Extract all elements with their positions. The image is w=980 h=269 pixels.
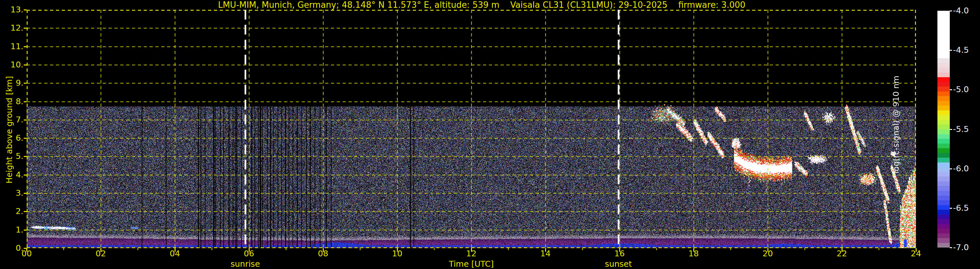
x-minor-tick-mark <box>656 248 657 250</box>
x-minor-tick-mark <box>212 248 212 250</box>
x-minor-tick-mark <box>64 248 64 250</box>
x-axis-label: Time [UTC] <box>449 259 494 269</box>
y-tick-mark <box>24 64 27 66</box>
colorbar-tick-mark <box>950 247 952 248</box>
colorbar-label: log(rc-signal) @ 910 nm <box>891 165 980 174</box>
y-tick-mark <box>24 28 27 29</box>
y-tick-mark <box>24 46 27 47</box>
x-tick-mark <box>175 248 175 252</box>
colorbar-canvas <box>937 11 950 248</box>
x-minor-tick-mark <box>805 248 805 250</box>
x-minor-tick-mark <box>286 248 286 250</box>
y-axis-label: Height above ground [km] <box>5 52 14 208</box>
y-tick-mark <box>24 10 27 10</box>
x-minor-tick-mark <box>878 248 879 250</box>
colorbar-tick-mark <box>950 89 952 90</box>
ceilometer-heatmap-canvas <box>27 10 916 248</box>
colorbar-tick-mark <box>950 208 952 209</box>
sunrise-annotation: sunrise <box>231 259 260 269</box>
y-tick-mark <box>24 120 27 120</box>
y-tick-mark <box>24 230 27 231</box>
x-tick-mark <box>323 248 324 252</box>
y-tick-mark <box>24 101 27 102</box>
y-tick-label: 9. <box>0 79 24 87</box>
x-tick-mark <box>545 248 546 252</box>
y-tick-mark <box>24 193 27 194</box>
x-tick-mark <box>26 248 27 252</box>
x-tick-mark <box>249 248 250 252</box>
page-title: LMU-MIM, Munich, Germany; 48.148° N 11.5… <box>27 0 937 10</box>
colorbar-tick-label: -7.0 <box>953 243 969 252</box>
y-tick-label: 6. <box>0 134 24 143</box>
x-tick-mark <box>619 248 620 252</box>
y-tick-mark <box>24 138 27 139</box>
y-tick-label: 4. <box>0 171 24 179</box>
x-minor-tick-mark <box>730 248 731 250</box>
x-tick-mark <box>397 248 398 252</box>
y-tick-label: 13. <box>0 6 24 14</box>
colorbar-tick-mark <box>950 129 952 130</box>
sunset-annotation: sunset <box>605 259 632 269</box>
colorbar-tick-mark <box>950 50 952 51</box>
y-tick-mark <box>24 83 27 84</box>
y-tick-label: 10. <box>0 61 24 69</box>
y-tick-label: 3. <box>0 189 24 197</box>
y-tick-label: 2. <box>0 207 24 216</box>
colorbar-tick-mark <box>950 10 952 11</box>
y-tick-mark <box>24 211 27 212</box>
colorbar-tick-label: -5.5 <box>953 125 969 133</box>
colorbar-tick-label: -4.5 <box>953 46 969 54</box>
x-tick-mark <box>916 248 916 252</box>
colorbar-tick-label: -4.0 <box>953 6 969 15</box>
x-minor-tick-mark <box>582 248 583 250</box>
y-tick-label: 11. <box>0 42 24 51</box>
x-tick-mark <box>693 248 694 252</box>
x-tick-mark <box>767 248 768 252</box>
y-tick-mark <box>24 156 27 157</box>
ceilometer-quicklook-figure: LMU-MIM, Munich, Germany; 48.148° N 11.5… <box>0 0 980 269</box>
y-tick-label: 5. <box>0 152 24 160</box>
x-minor-tick-mark <box>434 248 434 250</box>
y-tick-label: 1. <box>0 226 24 234</box>
x-tick-mark <box>842 248 843 252</box>
y-tick-mark <box>24 175 27 176</box>
x-minor-tick-mark <box>360 248 361 250</box>
colorbar-tick-label: -5.0 <box>953 85 969 94</box>
x-tick-mark <box>471 248 472 252</box>
x-tick-mark <box>100 248 102 252</box>
y-tick-label: 7. <box>0 115 24 124</box>
colorbar-tick-label: -6.5 <box>953 204 969 212</box>
x-minor-tick-mark <box>137 248 138 250</box>
y-tick-label: 8. <box>0 98 24 106</box>
y-tick-label: 12. <box>0 24 24 32</box>
x-minor-tick-mark <box>508 248 509 250</box>
